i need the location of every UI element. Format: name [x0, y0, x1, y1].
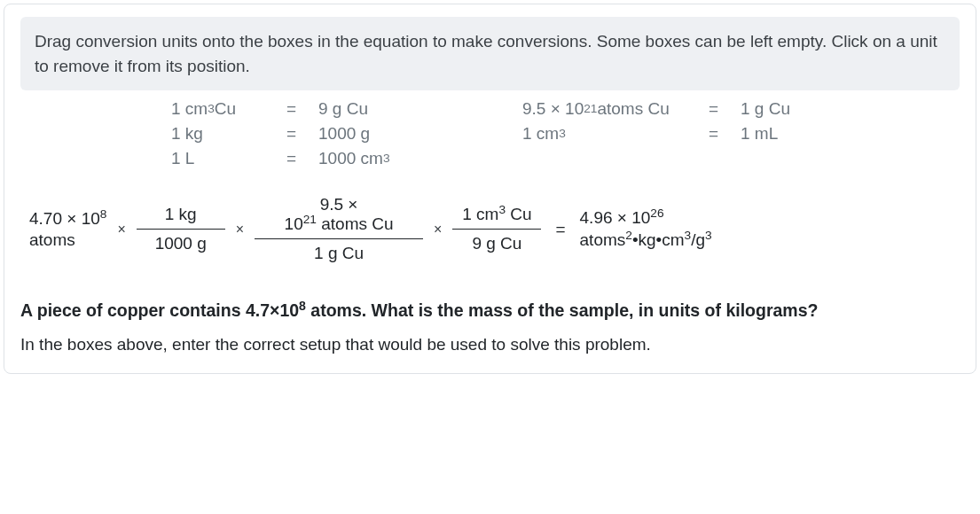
fact-right: 1 mL — [741, 124, 778, 144]
fraction-bar — [452, 229, 541, 230]
fact-left: 1 L — [171, 149, 286, 168]
fraction-denominator[interactable]: 1000 g — [146, 230, 216, 257]
equals-sign: = — [550, 220, 570, 239]
fraction-numerator[interactable]: 1 kg — [156, 201, 206, 228]
equals-sign: = — [286, 124, 318, 144]
fact-right: 1000 cm3 — [318, 149, 522, 168]
fraction-bar — [255, 238, 423, 239]
question-followup: In the boxes above, enter the correct se… — [20, 333, 960, 357]
fact-right: 9 g Cu — [318, 99, 522, 119]
fraction-denominator[interactable]: 1 g Cu — [305, 240, 372, 267]
fact-row: 1 L = 1000 cm3 — [171, 149, 960, 168]
conversion-fraction-slot[interactable]: 9.5 × 1021 atoms Cu 1 g Cu — [255, 191, 423, 267]
equals-sign: = — [286, 149, 318, 168]
start-quantity: 4.70 × 108 atoms — [29, 208, 106, 251]
fraction-numerator[interactable]: 9.5 × 1021 atoms Cu — [276, 191, 403, 238]
fraction-denominator[interactable]: 9 g Cu — [463, 230, 530, 257]
fact-right: 1000 g — [318, 124, 522, 144]
instructions-banner: Drag conversion units onto the boxes in … — [20, 17, 960, 90]
equals-sign: = — [709, 99, 741, 119]
fraction-bar — [137, 229, 225, 230]
question-block: A piece of copper contains 4.7×108 atoms… — [20, 299, 960, 357]
fact-row: 1 kg = 1000 g 1 cm3 = 1 mL — [171, 124, 960, 144]
question-text: A piece of copper contains 4.7×108 atoms… — [20, 299, 960, 323]
fact-left: 1 cm3 — [522, 124, 709, 144]
multiply-sign: × — [432, 222, 443, 238]
conversion-fraction-slot[interactable]: 1 kg 1000 g — [137, 201, 225, 257]
equals-sign: = — [286, 99, 318, 119]
result-quantity: 4.96 × 1026 atoms2•kg•cm3/g3 — [580, 207, 712, 251]
multiply-sign: × — [234, 222, 246, 238]
fraction-numerator[interactable]: 1 cm3 Cu — [453, 201, 540, 228]
fact-right: 1 g Cu — [741, 99, 790, 119]
fact-left: 1 cm3 Cu — [171, 99, 286, 119]
problem-card: Drag conversion units onto the boxes in … — [4, 4, 976, 374]
multiply-sign: × — [115, 222, 127, 238]
equals-sign: = — [709, 124, 741, 144]
conversion-facts: 1 cm3 Cu = 9 g Cu 9.5 × 1021 atoms Cu = … — [20, 99, 960, 168]
conversion-fraction-slot[interactable]: 1 cm3 Cu 9 g Cu — [452, 201, 541, 257]
equation-row: 4.70 × 108 atoms × 1 kg 1000 g × 9.5 × 1… — [20, 191, 960, 267]
fact-left: 9.5 × 1021 atoms Cu — [522, 99, 709, 119]
instructions-text: Drag conversion units onto the boxes in … — [35, 32, 937, 75]
fact-left: 1 kg — [171, 124, 286, 144]
fact-row: 1 cm3 Cu = 9 g Cu 9.5 × 1021 atoms Cu = … — [171, 99, 960, 119]
